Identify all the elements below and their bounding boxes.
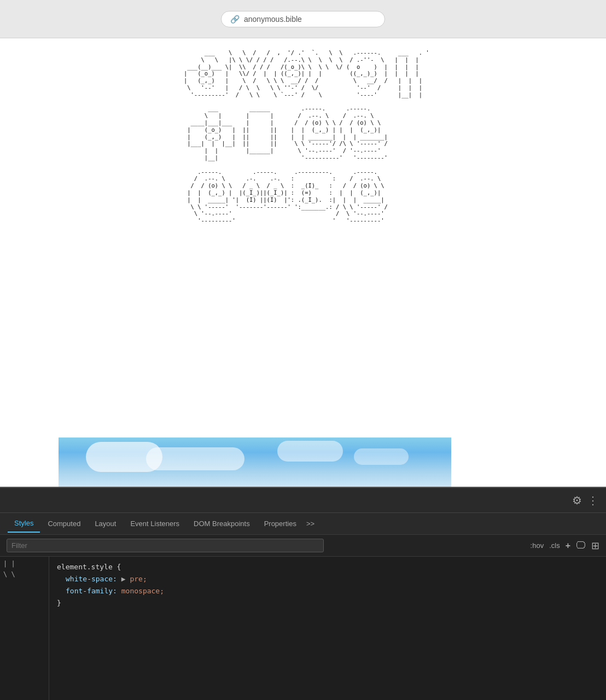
devtools-styles-content: element.style { white-space: ▶ pre; font… (49, 557, 606, 700)
cloud-4 (354, 448, 409, 465)
cls-label[interactable]: .cls (549, 541, 560, 550)
filter-input[interactable] (7, 539, 324, 552)
tab-more[interactable]: >> (304, 515, 317, 532)
browser-chrome: 🔗 anonymous.bible (0, 0, 606, 38)
css-rule-close: } (57, 597, 598, 609)
new-style-rule-icon[interactable]: ⊞ (591, 540, 599, 552)
add-style-rule-icon[interactable]: + (566, 541, 570, 551)
devtools-tabs-row: Styles Computed Layout Event Listeners D… (0, 513, 606, 535)
tab-dom-breakpoints[interactable]: DOM Breakpoints (187, 515, 257, 532)
css-prop-value-1: pre; (130, 575, 147, 583)
tab-properties[interactable]: Properties (258, 515, 303, 532)
css-rule-selector: element.style { (57, 561, 598, 573)
filter-actions: :hov .cls + 🖵 ⊞ (531, 540, 599, 552)
devtools-filter-row: :hov .cls + 🖵 ⊞ (0, 535, 606, 557)
tab-layout[interactable]: Layout (88, 515, 123, 532)
link-icon: 🔗 (230, 15, 240, 24)
sky-banner (59, 438, 451, 487)
css-prop-name-2: font-family: (66, 587, 117, 595)
css-property-white-space: white-space: ▶ pre; (57, 573, 598, 585)
css-prop-value-2: monospace; (121, 587, 164, 595)
devtools-main: | | \ \ element.style { white-space: ▶ p… (0, 557, 606, 700)
devtools-toolbar: ⚙ ⋮ (0, 488, 606, 513)
left-panel-line1: | | (3, 559, 45, 569)
tab-styles[interactable]: Styles (8, 515, 40, 533)
more-options-icon[interactable]: ⋮ (587, 494, 598, 507)
devtools-panel: ⚙ ⋮ Styles Computed Layout Event Listene… (0, 487, 606, 700)
settings-icon[interactable]: ⚙ (572, 494, 582, 507)
css-property-font-family: font-family: monospace; (57, 585, 598, 597)
devtools-left-panel: | | \ \ (0, 557, 49, 700)
address-bar[interactable]: 🔗 anonymous.bible (221, 11, 385, 27)
tab-event-listeners[interactable]: Event Listeners (124, 515, 186, 532)
css-prop-name-1: white-space: (66, 575, 117, 583)
address-text: anonymous.bible (244, 15, 302, 24)
ascii-art-pre: ___ \ \ / / , '/ .' `. \ \ .------. ___ … (177, 49, 429, 231)
element-state-icon[interactable]: 🖵 (576, 540, 586, 551)
cloud-2 (146, 447, 244, 470)
css-triangle-1[interactable]: ▶ (121, 575, 130, 583)
hov-label[interactable]: :hov (531, 541, 544, 550)
left-panel-line2: \ \ (3, 569, 45, 580)
webpage-main: ___ \ \ / / , '/ .' `. \ \ .------. ___ … (0, 38, 606, 476)
cloud-3 (277, 441, 343, 462)
tab-computed[interactable]: Computed (41, 515, 87, 532)
